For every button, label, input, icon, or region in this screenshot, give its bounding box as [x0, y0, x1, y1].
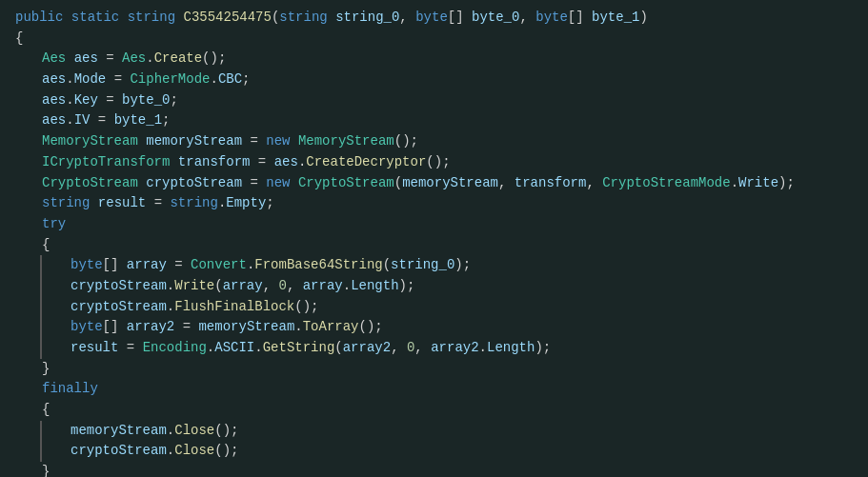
code-line: cryptoStream.Write(array, 0, array.Lengt…	[40, 276, 868, 297]
class-cryptostreammode: CryptoStreamMode	[602, 173, 730, 194]
var-result2: result	[71, 338, 118, 359]
type-icrypto: ICryptoTransform	[42, 152, 170, 173]
code-line: cryptoStream.Close();	[40, 441, 868, 462]
code-line: aes.Key = byte_0;	[0, 90, 868, 111]
var-aes: aes	[74, 49, 98, 70]
method-getstring: GetString	[263, 338, 335, 359]
brace-open-finally: {	[42, 400, 50, 421]
class-encoding: Encoding	[143, 338, 207, 359]
param-string0: string_0	[335, 8, 399, 29]
enum-cbc: CBC	[218, 70, 242, 90]
var-aes5: aes	[274, 152, 298, 173]
type-cryptostream: CryptoStream	[42, 173, 138, 194]
method-createdecryptor: CreateDecryptor	[306, 152, 426, 173]
brace-close-try: }	[42, 359, 50, 380]
code-line: Aes aes = Aes.Create();	[0, 49, 868, 70]
class-aes: Aes	[122, 49, 146, 70]
var-cryptostream3: cryptoStream	[71, 297, 167, 318]
param-type-2: byte	[415, 8, 448, 29]
enum-write: Write	[738, 173, 778, 194]
code-line: byte[] array = Convert.FromBase64String(…	[40, 255, 868, 276]
arg-string0: string_0	[391, 255, 454, 276]
var-aes4: aes	[42, 110, 66, 131]
keyword-static: static	[71, 8, 119, 29]
param-byte1: byte_1	[592, 8, 639, 29]
var-result: result	[98, 193, 146, 214]
prop-ascii: ASCII	[214, 338, 254, 359]
code-line: aes.IV = byte_1;	[0, 110, 868, 131]
val-byte1: byte_1	[114, 110, 162, 131]
code-line: result = Encoding.ASCII.GetString(array2…	[40, 338, 868, 359]
var-cryptostream4: cryptoStream	[71, 441, 167, 462]
keyword-string: string	[128, 8, 175, 29]
num-0: 0	[278, 276, 286, 297]
var-aes3: aes	[42, 90, 66, 111]
brace-close-finally: }	[42, 462, 50, 477]
keyword-finally: finally	[42, 379, 98, 400]
keyword-try: try	[42, 214, 66, 235]
keyword-string2: string	[42, 193, 90, 214]
keyword-byte2: byte	[71, 317, 103, 338]
keyword-new1: new	[266, 131, 290, 152]
code-line: }	[0, 462, 868, 477]
code-line: {	[0, 235, 868, 256]
var-memorystream3: memoryStream	[71, 421, 167, 442]
code-line: aes.Mode = CipherMode.CBC;	[0, 70, 868, 90]
method-toarray: ToArray	[303, 317, 359, 338]
prop-key: Key	[74, 90, 98, 111]
keyword-byte1: byte	[71, 255, 103, 276]
method-create: Create	[154, 49, 202, 70]
code-line: }	[0, 359, 868, 380]
prop-length: Length	[351, 276, 398, 297]
var-array: array	[127, 255, 167, 276]
code-line: try	[0, 214, 868, 235]
code-line: ICryptoTransform transform = aes.CreateD…	[0, 152, 868, 173]
var-transform: transform	[178, 152, 251, 173]
class-memorystream: MemoryStream	[298, 131, 394, 152]
code-viewer: public static string C3554254475(string …	[0, 0, 868, 477]
code-line: string result = string.Empty;	[0, 193, 868, 214]
arg-transform: transform	[515, 173, 587, 194]
var-aes2: aes	[42, 70, 66, 90]
keyword-string3: string	[170, 193, 217, 214]
var-array2: array2	[127, 317, 174, 338]
code-line: memoryStream.Close();	[40, 421, 868, 442]
code-line: CryptoStream cryptoStream = new CryptoSt…	[0, 173, 868, 194]
type-aes: Aes	[42, 49, 66, 70]
method-frombase64: FromBase64String	[254, 255, 382, 276]
class-ciphermode: CipherMode	[130, 70, 210, 90]
arg-array2a: array2	[343, 338, 391, 359]
arg-array2b: array2	[431, 338, 478, 359]
param-byte0: byte_0	[472, 8, 519, 29]
brace-open-outer: {	[15, 29, 23, 50]
method-name: C3554254475	[183, 8, 271, 29]
code-line: public static string C3554254475(string …	[0, 8, 868, 29]
keyword-new2: new	[266, 173, 290, 194]
method-write: Write	[174, 276, 214, 297]
class-cryptostream: CryptoStream	[298, 173, 394, 194]
brace-open-try: {	[42, 235, 50, 256]
var-memorystream2: memoryStream	[198, 317, 294, 338]
prop-iv: IV	[74, 110, 91, 131]
type-memorystream: MemoryStream	[42, 131, 138, 152]
param-type-3: byte	[535, 8, 568, 29]
arg-array2: array	[303, 276, 343, 297]
method-close1: Close	[174, 421, 214, 442]
prop-empty: Empty	[226, 193, 266, 214]
class-convert: Convert	[191, 255, 247, 276]
param-type-1: string	[279, 8, 327, 29]
arg-memorystream: memoryStream	[402, 173, 498, 194]
code-line: finally	[0, 379, 868, 400]
prop-length2: Length	[487, 338, 535, 359]
code-line: {	[0, 400, 868, 421]
method-flushfinal: FlushFinalBlock	[174, 297, 294, 318]
code-line: cryptoStream.FlushFinalBlock();	[40, 297, 868, 318]
method-close2: Close	[174, 441, 214, 462]
var-memorystream: memoryStream	[146, 131, 242, 152]
var-cryptostream2: cryptoStream	[71, 276, 167, 297]
code-line: {	[0, 29, 868, 50]
code-line: MemoryStream memoryStream = new MemorySt…	[0, 131, 868, 152]
code-line: byte[] array2 = memoryStream.ToArray();	[40, 317, 868, 338]
var-cryptostream: cryptoStream	[146, 173, 242, 194]
keyword-public: public	[15, 8, 63, 29]
